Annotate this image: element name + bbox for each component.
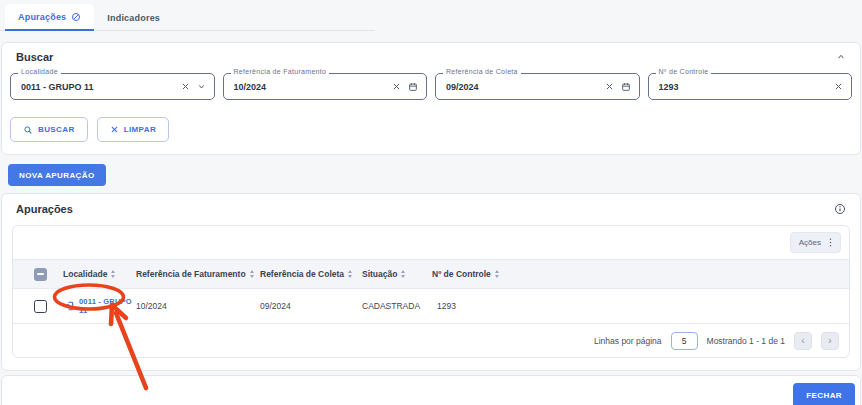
search-panel-title: Buscar (16, 51, 53, 63)
column-label: Referência de Faturamento (136, 269, 246, 279)
next-page-button[interactable]: › (821, 332, 839, 350)
localidade-link[interactable]: 0011 - GRUPO 11 (63, 297, 136, 315)
indeterminate-mark (37, 273, 44, 275)
referencia-coleta-label: Referência de Coleta (443, 68, 521, 75)
sort-icon (348, 270, 352, 278)
buscar-button[interactable]: BUSCAR (10, 117, 88, 142)
table-row: 0011 - GRUPO 11 10/2024 09/2024 CADASTRA… (13, 289, 849, 323)
results-table: Ações Localidade Referência de Faturamen… (12, 225, 850, 358)
block-icon (71, 12, 81, 22)
select-all-checkbox[interactable] (34, 268, 47, 281)
open-record-icon (63, 300, 75, 312)
nova-apuracao-button[interactable]: NOVA APURAÇÃO (8, 164, 106, 186)
sort-icon (111, 270, 115, 278)
chevron-up-icon[interactable] (836, 52, 846, 62)
sort-icon (495, 270, 499, 278)
table-header-row: Localidade Referência de Faturamento Ref… (13, 259, 849, 289)
acoes-button-label: Ações (799, 238, 821, 247)
clear-icon[interactable] (392, 82, 401, 91)
sort-icon (401, 270, 405, 278)
cell-referencia-faturamento: 10/2024 (136, 301, 260, 311)
dialog-footer: FECHAR (1, 375, 861, 405)
column-label: Localidade (63, 269, 107, 279)
clear-icon[interactable] (834, 82, 843, 91)
column-label: Situação (362, 269, 397, 279)
pagination-bar: Linhas por página Mostrando 1 - 1 de 1 ‹… (13, 323, 849, 357)
showing-label: Mostrando 1 - 1 de 1 (707, 336, 785, 346)
localidade-field: Localidade (10, 73, 215, 100)
acoes-button[interactable]: Ações (790, 232, 841, 253)
limpar-button[interactable]: LIMPAR (97, 117, 169, 142)
rows-per-page-label: Linhas por página (594, 336, 662, 346)
x-icon (110, 125, 119, 134)
column-header-referencia-faturamento[interactable]: Referência de Faturamento (136, 269, 260, 279)
clear-icon[interactable] (181, 82, 190, 91)
referencia-faturamento-field: Referência de Faturamento (223, 73, 428, 100)
calendar-icon[interactable] (408, 82, 418, 92)
clear-icon[interactable] (605, 82, 614, 91)
localidade-link-label: 0011 - GRUPO 11 (79, 297, 136, 315)
tab-indicadores[interactable]: Indicadores (94, 5, 173, 31)
referencia-faturamento-input[interactable] (224, 82, 393, 92)
numero-controle-input[interactable] (649, 82, 835, 92)
row-checkbox[interactable] (34, 300, 47, 313)
cell-numero-controle: 1293 (432, 301, 849, 311)
prev-page-button[interactable]: ‹ (794, 332, 812, 350)
fechar-button[interactable]: FECHAR (793, 383, 855, 405)
column-label: Referência de Coleta (260, 269, 344, 279)
referencia-faturamento-label: Referência de Faturamento (231, 68, 330, 75)
numero-controle-label: Nº de Controle (656, 68, 712, 75)
rows-per-page-input[interactable] (671, 332, 698, 350)
sort-icon (250, 270, 254, 278)
referencia-coleta-input[interactable] (436, 82, 605, 92)
column-header-localidade[interactable]: Localidade (63, 269, 136, 279)
cell-situacao: CADASTRADA (362, 301, 432, 311)
tab-apuracoes[interactable]: Apurações (5, 4, 94, 31)
column-header-numero-controle[interactable]: Nº de Controle (432, 269, 849, 279)
column-header-situacao[interactable]: Situação (362, 269, 432, 279)
tab-indicadores-label: Indicadores (107, 13, 160, 23)
kebab-menu-icon (825, 237, 836, 248)
column-header-referencia-coleta[interactable]: Referência de Coleta (260, 269, 362, 279)
buscar-button-label: BUSCAR (38, 125, 75, 134)
search-panel: Buscar Localidade Referência de Faturame… (1, 42, 861, 155)
numero-controle-field: Nº de Controle (648, 73, 853, 100)
tab-bar: Apurações Indicadores (0, 0, 862, 31)
info-icon[interactable] (834, 203, 846, 215)
cell-referencia-coleta: 09/2024 (260, 301, 362, 311)
localidade-input[interactable] (11, 82, 181, 92)
search-icon (23, 125, 33, 135)
localidade-label: Localidade (18, 68, 61, 75)
limpar-button-label: LIMPAR (124, 125, 156, 134)
calendar-icon[interactable] (621, 82, 631, 92)
results-title: Apurações (16, 203, 73, 215)
referencia-coleta-field: Referência de Coleta (435, 73, 640, 100)
tab-apuracoes-label: Apurações (18, 12, 66, 22)
chevron-down-icon[interactable] (197, 82, 206, 91)
results-panel: Apurações Ações Localidade Referência de… (1, 193, 861, 371)
column-label: Nº de Controle (432, 269, 491, 279)
